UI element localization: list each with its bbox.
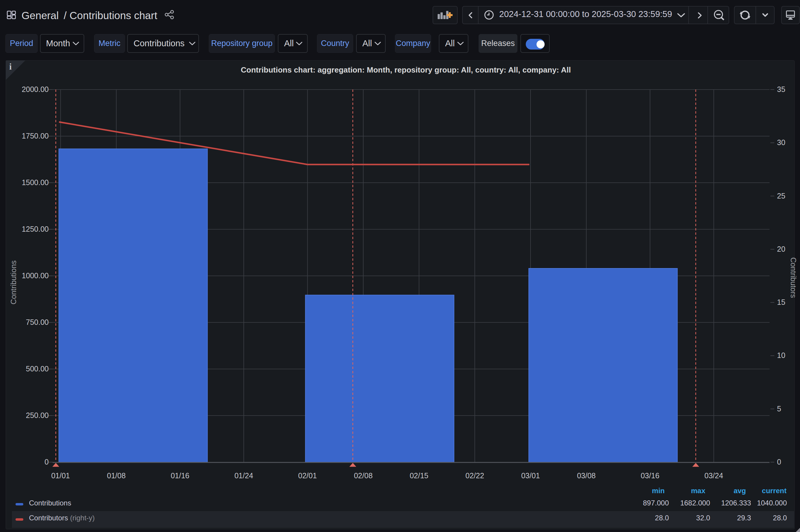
svg-text:02/01: 02/01 <box>298 471 317 480</box>
svg-text:1750.00: 1750.00 <box>22 132 49 140</box>
svg-text:01/01: 01/01 <box>51 471 70 480</box>
svg-text:Contributions: Contributions <box>9 260 18 304</box>
svg-text:03/08: 03/08 <box>577 471 596 480</box>
svg-text:0: 0 <box>44 458 49 466</box>
svg-text:1000.00: 1000.00 <box>22 271 49 280</box>
svg-text:Contributors: Contributors <box>789 257 798 298</box>
svg-text:02/22: 02/22 <box>465 471 484 480</box>
svg-text:25: 25 <box>777 192 785 200</box>
svg-text:5: 5 <box>777 404 781 413</box>
svg-text:0: 0 <box>777 458 781 466</box>
svg-text:750.00: 750.00 <box>26 318 49 326</box>
svg-text:30: 30 <box>777 138 785 147</box>
svg-text:250.00: 250.00 <box>26 411 49 419</box>
svg-text:1250.00: 1250.00 <box>22 225 49 233</box>
svg-text:03/16: 03/16 <box>641 471 659 480</box>
svg-text:02/08: 02/08 <box>354 471 373 480</box>
svg-text:01/16: 01/16 <box>171 471 189 480</box>
svg-text:02/15: 02/15 <box>410 471 428 480</box>
svg-text:10: 10 <box>777 351 785 359</box>
svg-text:15: 15 <box>777 298 785 306</box>
svg-text:01/24: 01/24 <box>235 471 253 480</box>
svg-text:1500.00: 1500.00 <box>22 178 49 187</box>
svg-text:500.00: 500.00 <box>26 364 49 373</box>
svg-text:2000.00: 2000.00 <box>22 85 49 93</box>
svg-text:35: 35 <box>777 85 785 93</box>
svg-text:03/24: 03/24 <box>704 471 723 480</box>
svg-text:20: 20 <box>777 245 785 253</box>
svg-text:03/01: 03/01 <box>521 471 540 480</box>
svg-text:01/08: 01/08 <box>107 471 126 480</box>
